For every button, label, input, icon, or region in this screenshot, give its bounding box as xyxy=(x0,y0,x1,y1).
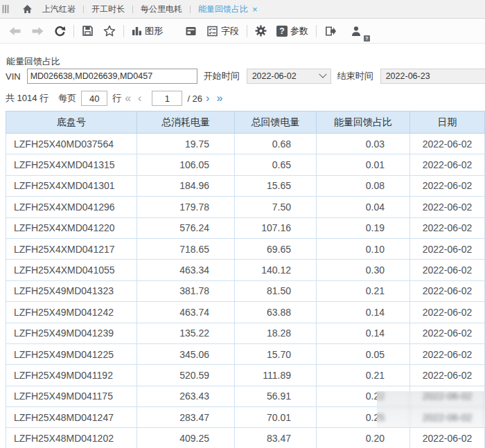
chart-button[interactable]: 图形 xyxy=(127,22,168,40)
fields-button[interactable]: 字段 xyxy=(202,22,244,40)
tab-shanghai-hongyan[interactable]: 上汽红岩 xyxy=(35,3,83,15)
user-badge-icon: ? xyxy=(364,35,370,42)
tab-close-icon[interactable]: × xyxy=(251,4,262,15)
date-cell: 2022-06-02 xyxy=(410,134,485,154)
returned-cell: 111.89 xyxy=(235,365,317,386)
row-unit-label: 行 xyxy=(112,92,121,105)
end-time-input[interactable]: 2022-06-23 xyxy=(380,69,485,84)
consumed-cell: 409.25 xyxy=(137,428,235,448)
column-header-returned[interactable]: 总回馈电量 xyxy=(235,111,317,134)
toolbar: 图形 字段 ? 参数 ? xyxy=(0,19,485,44)
column-header-ratio[interactable]: 能量回馈占比 xyxy=(317,111,410,134)
table-row[interactable]: LZFH25X48MD041202409.2583.470.202022-06-… xyxy=(6,428,485,448)
page-number-input[interactable] xyxy=(152,91,182,106)
table-row[interactable]: LZFH25X4XMD041315106.050.650.012022-06-0… xyxy=(6,154,485,175)
consumed-cell: 106.05 xyxy=(137,154,235,175)
table-row[interactable]: LZFH25X49MD041323381.7881.500.212022-06-… xyxy=(6,280,485,301)
question-box-icon: ? xyxy=(276,26,288,37)
chassis-cell: LZFH25X49MD041175 xyxy=(6,386,137,406)
chart-button-label: 图形 xyxy=(145,25,163,37)
ratio-cell: 0.14 xyxy=(317,302,410,323)
chassis-cell: LZFH25X4XMD041055 xyxy=(6,260,137,280)
settings-button[interactable] xyxy=(250,22,272,40)
chassis-cell: LZFH25X48MD041247 xyxy=(6,407,137,428)
chassis-cell: LZFH25X4XMD041296 xyxy=(6,197,137,217)
consumed-cell: 463.34 xyxy=(137,260,235,280)
ratio-cell: 0.04 xyxy=(317,197,410,217)
gear-icon xyxy=(255,25,267,37)
menu-icon[interactable] xyxy=(1,3,10,15)
home-icon[interactable] xyxy=(20,3,35,15)
prev-page-icon[interactable]: ‹ xyxy=(138,93,141,104)
per-page-label: 每页 xyxy=(58,92,76,105)
save-button[interactable] xyxy=(77,22,98,40)
save-icon xyxy=(82,25,94,37)
chassis-cell: LZFH25X4XMD041315 xyxy=(6,154,137,175)
returned-cell: 107.16 xyxy=(235,217,317,238)
ratio-cell: 0.21 xyxy=(317,365,410,386)
date-cell: 2022-06-02 xyxy=(410,154,485,175)
page-title: 能量回馈占比 xyxy=(6,55,60,68)
table-row[interactable]: LZFH25X49MD041225345.0615.700.052022-06-… xyxy=(6,343,485,364)
export-icon xyxy=(324,26,337,37)
tab-bar: 上汽红岩 开工时长 每公里电耗 能量回馈占比 × xyxy=(0,0,485,19)
next-page-icon[interactable]: › xyxy=(206,93,209,104)
table-header-row: 底盘号 总消耗电量 总回馈电量 能量回馈占比 日期 xyxy=(6,111,485,134)
returned-cell: 7.50 xyxy=(235,197,317,217)
consumed-cell: 520.59 xyxy=(137,365,235,386)
table-row[interactable]: LZFH25X49MD041242463.7463.880.142022-06-… xyxy=(6,302,485,323)
table-row[interactable]: LZFH25X49MD041192520.59111.890.212022-06… xyxy=(6,365,485,386)
chassis-cell: LZFH25X49MD041225 xyxy=(6,343,137,364)
column-header-chassis[interactable]: 底盘号 xyxy=(6,111,137,134)
favorite-button[interactable] xyxy=(98,22,121,40)
table-row[interactable]: LZFH25X48MD041247283.4770.010.252022-06-… xyxy=(6,407,485,428)
ratio-cell: 0.03 xyxy=(317,134,410,154)
consumed-cell: 576.24 xyxy=(137,217,235,238)
date-cell: 2022-06-02 xyxy=(410,407,485,428)
tab-per-km-consumption[interactable]: 每公里电耗 xyxy=(133,3,190,15)
table-row[interactable]: LZFH25X49MD041175263.4356.910.222022-06-… xyxy=(6,386,485,406)
page-size-input[interactable] xyxy=(81,91,107,106)
parameters-button[interactable]: ? 参数 xyxy=(272,22,313,40)
date-cell: 2022-06-02 xyxy=(410,343,485,364)
page-total-text: / 26 xyxy=(187,93,202,104)
returned-cell: 83.47 xyxy=(235,428,317,448)
date-cell: 2022-06-02 xyxy=(410,175,485,196)
table-row[interactable]: LZFH25X40MD03756419.750.680.032022-06-02 xyxy=(6,134,485,154)
date-cell: 2022-06-02 xyxy=(410,302,485,323)
column-header-date[interactable]: 日期 xyxy=(410,111,485,134)
returned-cell: 69.65 xyxy=(235,238,317,259)
table-row[interactable]: LZFH25X49MD041239135.2218.280.142022-06-… xyxy=(6,323,485,343)
returned-cell: 63.88 xyxy=(235,302,317,323)
tab-energy-feedback-ratio[interactable]: 能量回馈占比 xyxy=(191,3,251,15)
table-row[interactable]: LZFH25X4XMD041296179.787.500.042022-06-0… xyxy=(6,197,485,217)
end-time-label: 结束时间 xyxy=(337,70,373,82)
back-button[interactable] xyxy=(3,22,26,40)
column-header-consumed[interactable]: 总消耗电量 xyxy=(137,111,235,134)
ratio-cell: 0.01 xyxy=(317,154,410,175)
refresh-button[interactable] xyxy=(49,22,71,40)
report-panel-button[interactable] xyxy=(180,22,202,40)
consumed-cell: 283.47 xyxy=(137,407,235,428)
consumed-cell: 463.74 xyxy=(137,302,235,323)
table-row[interactable]: LZFH25X4XMD041220576.24107.160.192022-06… xyxy=(6,217,485,238)
forward-button[interactable] xyxy=(26,22,49,40)
chassis-cell: LZFH25X49MD041192 xyxy=(6,365,137,386)
table-row[interactable]: LZFH25X4XMD041301184.9615.650.082022-06-… xyxy=(6,175,485,196)
chassis-cell: LZFH25X49MD041239 xyxy=(6,323,137,343)
ratio-cell: 0.22 xyxy=(317,386,410,406)
export-button[interactable] xyxy=(319,22,342,40)
consumed-cell: 345.06 xyxy=(137,343,235,364)
table-row[interactable]: LZFH25X4XMD041217718.6569.650.102022-06-… xyxy=(6,238,485,259)
tab-work-duration[interactable]: 开工时长 xyxy=(84,3,132,15)
start-time-select[interactable]: 2022-06-02 xyxy=(247,69,331,84)
data-table: 底盘号 总消耗电量 总回馈电量 能量回馈占比 日期 LZFH25X40MD037… xyxy=(6,111,485,448)
last-page-icon[interactable]: » xyxy=(216,93,222,104)
first-page-icon[interactable]: « xyxy=(125,93,131,104)
table-row[interactable]: LZFH25X4XMD041055463.34140.120.302022-06… xyxy=(6,260,485,280)
ratio-cell: 0.20 xyxy=(317,428,410,448)
filter-bar: VIN 开始时间 2022-06-02 结束时间 2022-06-23 xyxy=(6,68,485,84)
vin-input[interactable] xyxy=(27,69,197,84)
user-button[interactable]: ? xyxy=(346,22,367,40)
chevron-down-icon xyxy=(319,71,326,78)
